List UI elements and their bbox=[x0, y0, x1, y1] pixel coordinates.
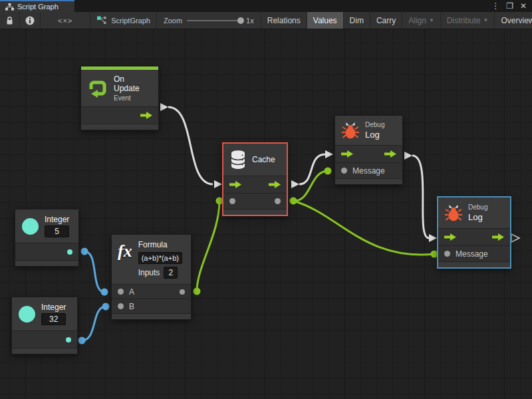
lock-button[interactable] bbox=[0, 12, 20, 29]
value-input-port[interactable] bbox=[229, 198, 235, 204]
value-output-port[interactable] bbox=[275, 198, 281, 204]
node-debug-log-1[interactable]: Debug Log Message bbox=[334, 115, 403, 185]
node-footer bbox=[335, 178, 402, 184]
control-input-port[interactable] bbox=[229, 181, 241, 188]
zoom-slider-knob[interactable] bbox=[237, 17, 244, 24]
wire-endpoint bbox=[102, 303, 110, 311]
inputs-label: Inputs bbox=[138, 268, 160, 277]
node-title: Log bbox=[468, 212, 487, 222]
message-port-label: Message bbox=[352, 166, 385, 176]
message-input-port[interactable] bbox=[444, 251, 450, 257]
chevron-down-icon: ▼ bbox=[483, 17, 489, 23]
node-integer-2[interactable]: Integer 32 bbox=[11, 297, 78, 354]
message-input-port[interactable] bbox=[341, 168, 347, 174]
node-title: Cache bbox=[252, 155, 275, 164]
toolbar-button-values[interactable]: Values bbox=[307, 12, 344, 29]
window-menu-icon[interactable]: ⋮ bbox=[491, 1, 499, 11]
wire-integer2-to-formula-b[interactable] bbox=[78, 303, 110, 344]
integer-type-icon bbox=[19, 306, 35, 323]
maximize-icon[interactable]: ❐ bbox=[506, 1, 513, 11]
formula-expression-field[interactable]: (a+b)*(a+b) bbox=[138, 252, 182, 264]
control-input-port[interactable] bbox=[444, 233, 456, 241]
node-title: Formula bbox=[138, 240, 182, 249]
node-footer bbox=[15, 260, 78, 266]
node-footer bbox=[81, 124, 158, 130]
integer-type-icon bbox=[22, 218, 39, 235]
wire-onupdate-to-cache[interactable] bbox=[160, 103, 222, 188]
chevron-down-icon: ▼ bbox=[429, 17, 434, 23]
code-preview-button[interactable]: <×> bbox=[41, 12, 90, 29]
control-output-port[interactable] bbox=[140, 112, 152, 119]
node-footer bbox=[12, 348, 77, 354]
zoom-label: Zoom bbox=[164, 17, 182, 25]
control-input-port[interactable] bbox=[341, 150, 353, 158]
wire-debuglog1-to-debuglog2[interactable] bbox=[404, 152, 437, 242]
bug-icon bbox=[445, 204, 462, 222]
wire-cache-to-debuglog1-message[interactable] bbox=[290, 168, 332, 205]
value-output-port[interactable] bbox=[66, 337, 71, 342]
wire-cache-to-debuglog2-message[interactable] bbox=[293, 201, 438, 258]
graph-breadcrumb[interactable]: ScriptGraph bbox=[90, 12, 157, 29]
toolbar-button-carry[interactable]: Carry bbox=[370, 12, 402, 29]
inspect-button[interactable] bbox=[20, 12, 41, 29]
wire-arrow bbox=[160, 103, 168, 111]
input-b-label: B bbox=[129, 302, 134, 311]
node-cache[interactable]: Cache bbox=[222, 142, 288, 216]
wire-arrow bbox=[291, 180, 299, 188]
wire-arrow bbox=[429, 234, 437, 242]
node-footer bbox=[438, 261, 510, 267]
database-icon bbox=[230, 150, 246, 170]
wire-formula-to-cache[interactable] bbox=[194, 198, 223, 295]
info-icon bbox=[25, 16, 35, 25]
wire-endpoint bbox=[194, 288, 201, 295]
message-port-label: Message bbox=[456, 249, 488, 259]
wire-endpoint bbox=[78, 337, 86, 344]
tab-title: Script Graph bbox=[17, 3, 59, 11]
zoom-value: 1x bbox=[246, 17, 254, 25]
code-icon: <×> bbox=[58, 17, 72, 25]
toolbar-button-distribute[interactable]: Distribute ▼ bbox=[441, 12, 495, 29]
wire-endpoint bbox=[290, 198, 297, 205]
control-output-port[interactable] bbox=[384, 150, 396, 158]
pending-connection-arrow bbox=[511, 234, 519, 242]
zoom-slider[interactable] bbox=[187, 20, 241, 21]
node-on-update[interactable]: On Update Event bbox=[80, 66, 159, 130]
toolbar-button-dim[interactable]: Dim bbox=[344, 12, 370, 29]
control-output-port[interactable] bbox=[492, 233, 504, 241]
loop-event-icon bbox=[88, 79, 108, 98]
input-port-a[interactable] bbox=[118, 289, 124, 295]
node-debug-log-2[interactable]: Debug Log Message bbox=[437, 196, 511, 269]
bug-icon bbox=[342, 122, 359, 140]
node-integer-1[interactable]: Integer 5 bbox=[15, 209, 79, 267]
control-output-port[interactable] bbox=[269, 181, 281, 188]
zoom-control: Zoom 1x bbox=[157, 12, 261, 29]
integer-value-field[interactable]: 32 bbox=[41, 313, 66, 325]
value-output-port[interactable] bbox=[67, 249, 72, 255]
close-icon[interactable]: ✕ bbox=[520, 1, 527, 11]
wire-cache-to-debuglog1[interactable] bbox=[291, 150, 333, 188]
graph-hierarchy-icon bbox=[5, 3, 14, 11]
node-title: Integer bbox=[41, 303, 66, 312]
toolbar-button-align[interactable]: Align ▼ bbox=[402, 12, 441, 29]
tab-script-graph[interactable]: Script Graph bbox=[0, 0, 74, 12]
node-footer bbox=[112, 313, 191, 319]
node-footer bbox=[223, 209, 287, 215]
wire-endpoint bbox=[81, 248, 88, 255]
integer-value-field[interactable]: 5 bbox=[45, 225, 69, 237]
toolbar-button-overview[interactable]: Overview bbox=[495, 12, 532, 29]
node-kicker: Debug bbox=[365, 121, 384, 128]
toolbar-button-relations[interactable]: Relations bbox=[261, 12, 307, 29]
input-port-b[interactable] bbox=[118, 303, 124, 309]
wire-integer1-to-formula-a[interactable] bbox=[81, 248, 108, 296]
value-output-port[interactable] bbox=[180, 289, 185, 295]
node-formula[interactable]: fx Formula (a+b)*(a+b) Inputs 2 A B bbox=[111, 234, 192, 320]
wire-arrow bbox=[214, 180, 222, 188]
inputs-count-field[interactable]: 2 bbox=[164, 267, 178, 279]
wire-arrow bbox=[404, 152, 412, 160]
node-title: On Update bbox=[114, 74, 152, 93]
wire-endpoint bbox=[101, 289, 108, 296]
graph-canvas[interactable]: On Update Event bbox=[0, 29, 532, 399]
wire-arrow bbox=[325, 150, 333, 158]
wire-endpoint bbox=[325, 168, 332, 175]
node-kicker: Debug bbox=[468, 203, 487, 211]
